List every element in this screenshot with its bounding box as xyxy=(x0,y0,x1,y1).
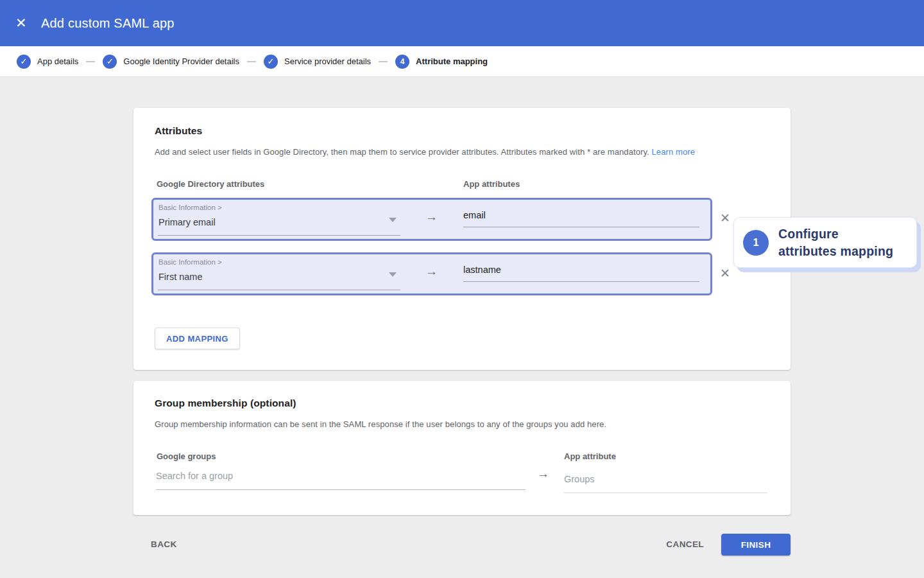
group-membership-description: Group membership information can be sent… xyxy=(155,419,606,429)
tour-callout-line1: Configure xyxy=(778,227,839,241)
app-attributes-header: App attributes xyxy=(463,179,520,189)
step-service-provider-details: ✓ Service provider details xyxy=(264,55,371,69)
tour-callout: 1 Configure attributes mapping xyxy=(733,217,917,268)
select-underline xyxy=(158,235,400,236)
step-label: Google Identity Provider details xyxy=(123,57,239,66)
step-label: Attribute mapping xyxy=(416,57,488,66)
attributes-card-title: Attributes xyxy=(155,125,202,137)
step-label: App details xyxy=(37,57,78,66)
step-complete-icon: ✓ xyxy=(264,55,278,69)
step-separator xyxy=(247,61,256,62)
check-icon: ✓ xyxy=(268,57,275,66)
dialog-title: Add custom SAML app xyxy=(41,16,175,31)
group-search-input[interactable] xyxy=(156,471,526,490)
step-complete-icon: ✓ xyxy=(103,55,117,69)
attribute-category-label: Basic Information > xyxy=(158,258,222,266)
group-membership-card: Group membership (optional) Group member… xyxy=(133,381,791,515)
dropdown-arrow-icon[interactable] xyxy=(389,272,397,277)
directory-attribute-select[interactable]: Basic Information > First name xyxy=(153,254,404,293)
selected-attribute-label: First name xyxy=(158,272,203,282)
arrow-right-icon: → xyxy=(425,210,438,224)
select-underline xyxy=(158,290,400,290)
tour-step-number-badge: 1 xyxy=(743,230,769,256)
step-label: Service provider details xyxy=(284,57,371,66)
description-text: Add and select user fields in Google Dir… xyxy=(155,147,649,157)
wizard-footer: BACK CANCEL FINISH xyxy=(133,533,791,556)
wizard-stepper: ✓ App details ✓ Google Identity Provider… xyxy=(0,46,924,77)
check-icon: ✓ xyxy=(107,57,114,66)
remove-mapping-button[interactable]: ✕ xyxy=(717,266,733,281)
tour-callout-text: Configure attributes mapping xyxy=(778,225,893,259)
add-mapping-button[interactable]: ADD MAPPING xyxy=(155,328,240,349)
app-attribute-input[interactable] xyxy=(463,210,699,227)
group-membership-title: Group membership (optional) xyxy=(155,398,296,409)
step-number-badge: 4 xyxy=(395,55,409,69)
attribute-mapping-row: Basic Information > First name → xyxy=(151,252,712,295)
dialog-header: ✕ Add custom SAML app xyxy=(0,0,924,46)
app-attribute-input[interactable] xyxy=(463,265,699,282)
google-groups-header: Google groups xyxy=(157,451,216,461)
attribute-mapping-row: Basic Information > Primary email → xyxy=(151,198,712,241)
dropdown-arrow-icon[interactable] xyxy=(389,218,397,222)
group-app-attribute-input[interactable] xyxy=(564,474,767,493)
back-button[interactable]: BACK xyxy=(151,539,177,549)
step-google-idp-details: ✓ Google Identity Provider details xyxy=(103,55,239,69)
attributes-card-description: Add and select user fields in Google Dir… xyxy=(155,147,695,157)
selected-attribute-label: Primary email xyxy=(158,217,216,227)
step-app-details: ✓ App details xyxy=(17,55,78,69)
attributes-card: Attributes Add and select user fields in… xyxy=(133,108,791,370)
directory-attribute-select[interactable]: Basic Information > Primary email xyxy=(153,200,404,239)
step-attribute-mapping: 4 Attribute mapping xyxy=(395,55,488,69)
cancel-button[interactable]: CANCEL xyxy=(666,539,704,549)
app-attribute-header: App attribute xyxy=(564,451,616,461)
arrow-right-icon: → xyxy=(537,467,549,481)
check-icon: ✓ xyxy=(21,57,28,66)
step-separator xyxy=(379,61,388,62)
step-complete-icon: ✓ xyxy=(17,55,31,69)
remove-mapping-button[interactable]: ✕ xyxy=(717,211,733,226)
arrow-right-icon: → xyxy=(425,265,438,279)
google-directory-attributes-header: Google Directory attributes xyxy=(157,179,264,189)
attribute-category-label: Basic Information > xyxy=(158,204,222,211)
close-icon[interactable]: ✕ xyxy=(15,15,31,31)
learn-more-link[interactable]: Learn more xyxy=(652,147,695,157)
step-separator xyxy=(86,61,95,62)
finish-button[interactable]: FINISH xyxy=(721,534,791,556)
tour-callout-line2: attributes mapping xyxy=(778,244,893,258)
